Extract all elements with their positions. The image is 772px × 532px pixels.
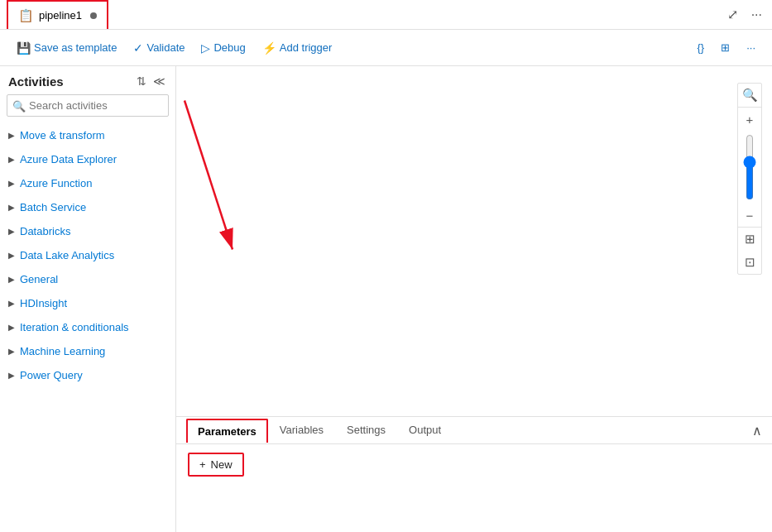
fit-selected-button[interactable]: ⊡ <box>738 251 761 274</box>
sidebar-search-container: 🔍 <box>0 94 175 123</box>
activity-item-hdinsight[interactable]: ▶ HDInsight <box>0 291 175 315</box>
activity-label: Azure Data Explorer <box>20 153 117 165</box>
chevron-icon: ▶ <box>8 299 15 308</box>
bottom-panel: Parameters Variables Settings Output ∧ +… <box>176 416 772 532</box>
chevron-icon: ▶ <box>8 371 15 380</box>
new-plus-icon: + <box>199 458 206 471</box>
fit-all-button[interactable]: ⊞ <box>738 228 761 251</box>
params-button[interactable]: ⊞ <box>714 38 736 57</box>
activity-item-azure-data-explorer[interactable]: ▶ Azure Data Explorer <box>0 147 175 171</box>
main-layout: Activities ⇅ ≪ 🔍 ▶ Move & transform ▶ Az… <box>0 66 772 532</box>
expand-button[interactable]: ⤢ <box>724 5 741 24</box>
chevron-icon: ▶ <box>8 155 15 164</box>
validate-icon: ✓ <box>133 41 143 55</box>
chevron-icon: ▶ <box>8 323 15 332</box>
search-icon: 🔍 <box>12 99 26 112</box>
new-button-label: New <box>211 458 233 471</box>
activity-item-azure-function[interactable]: ▶ Azure Function <box>0 171 175 195</box>
tab-bar: 📋 pipeline1 ⤢ ··· <box>0 0 772 30</box>
collapse-panel-button[interactable]: ∧ <box>752 423 762 439</box>
save-template-button[interactable]: 💾 Save as template <box>10 38 123 58</box>
activity-label: Batch Service <box>20 201 86 213</box>
chevron-icon: ▶ <box>8 227 15 236</box>
chevron-icon: ▶ <box>8 179 15 188</box>
activity-label: General <box>20 273 58 285</box>
bottom-content: + New <box>176 444 772 485</box>
zoom-slider[interactable] <box>741 134 758 200</box>
trigger-icon: ⚡ <box>262 41 276 55</box>
svg-line-1 <box>185 101 233 250</box>
chevron-icon: ▶ <box>8 275 15 284</box>
code-view-button[interactable]: {} <box>690 38 711 57</box>
activities-sidebar: Activities ⇅ ≪ 🔍 ▶ Move & transform ▶ Az… <box>0 66 176 532</box>
activity-item-move-transform[interactable]: ▶ Move & transform <box>0 123 175 147</box>
activity-label: Data Lake Analytics <box>20 249 114 261</box>
activity-label: HDInsight <box>20 297 67 309</box>
toolbar-right: {} ⊞ ··· <box>690 38 762 57</box>
activity-label: Power Query <box>20 369 83 381</box>
debug-icon: ▷ <box>201 41 210 55</box>
activity-label: Databricks <box>20 225 70 237</box>
tab-more-button[interactable]: ··· <box>748 6 765 24</box>
pipeline-icon: 📋 <box>18 8 34 23</box>
unsaved-dot <box>90 12 97 19</box>
pipeline-tab[interactable]: 📋 pipeline1 <box>7 0 108 29</box>
tab-variables[interactable]: Variables <box>268 417 335 444</box>
debug-button[interactable]: ▷ Debug <box>194 38 252 58</box>
tab-output[interactable]: Output <box>397 417 453 444</box>
activity-item-batch-service[interactable]: ▶ Batch Service <box>0 195 175 219</box>
activity-item-data-lake-analytics[interactable]: ▶ Data Lake Analytics <box>0 243 175 267</box>
tab-bar-actions: ⤢ ··· <box>724 5 765 24</box>
zoom-in-button[interactable]: + <box>738 108 761 131</box>
save-template-icon: 💾 <box>17 41 31 55</box>
chevron-icon: ▶ <box>8 203 15 212</box>
toolbar-more-button[interactable]: ··· <box>740 38 762 57</box>
canvas-area[interactable]: 🔍 + − ⊞ ⊡ Parameters Variables Settings … <box>176 66 772 532</box>
pipeline-tab-title: pipeline1 <box>39 9 82 22</box>
bottom-tabs: Parameters Variables Settings Output ∧ <box>176 417 772 444</box>
zoom-controls: 🔍 + − ⊞ ⊡ <box>737 83 762 275</box>
search-input[interactable] <box>7 94 169 117</box>
search-zoom-button[interactable]: 🔍 <box>738 84 761 107</box>
add-trigger-button[interactable]: ⚡ Add trigger <box>256 38 339 58</box>
activity-item-iteration-conditionals[interactable]: ▶ Iteration & conditionals <box>0 315 175 339</box>
new-parameter-button[interactable]: + New <box>188 453 244 477</box>
sidebar-header-icons: ⇅ ≪ <box>135 73 167 89</box>
validate-button[interactable]: ✓ Validate <box>127 38 191 58</box>
zoom-out-button[interactable]: − <box>738 204 761 227</box>
chevron-icon: ▶ <box>8 347 15 356</box>
activity-item-databricks[interactable]: ▶ Databricks <box>0 219 175 243</box>
activity-list: ▶ Move & transform ▶ Azure Data Explorer… <box>0 123 175 532</box>
tab-settings[interactable]: Settings <box>335 417 397 444</box>
activity-item-power-query[interactable]: ▶ Power Query <box>0 363 175 387</box>
toolbar: 💾 Save as template ✓ Validate ▷ Debug ⚡ … <box>0 30 772 66</box>
activity-item-general[interactable]: ▶ General <box>0 267 175 291</box>
filter-icon-button[interactable]: ⇅ <box>135 73 148 89</box>
chevron-icon: ▶ <box>8 131 15 140</box>
activity-label: Move & transform <box>20 129 105 141</box>
collapse-sidebar-button[interactable]: ≪ <box>151 73 167 89</box>
sidebar-title: Activities <box>8 74 64 89</box>
activity-label: Azure Function <box>20 177 92 189</box>
sidebar-header: Activities ⇅ ≪ <box>0 66 175 94</box>
tab-parameters[interactable]: Parameters <box>186 419 268 443</box>
chevron-icon: ▶ <box>8 251 15 260</box>
activity-label: Machine Learning <box>20 345 105 357</box>
activity-item-machine-learning[interactable]: ▶ Machine Learning <box>0 339 175 363</box>
activity-label: Iteration & conditionals <box>20 321 129 333</box>
